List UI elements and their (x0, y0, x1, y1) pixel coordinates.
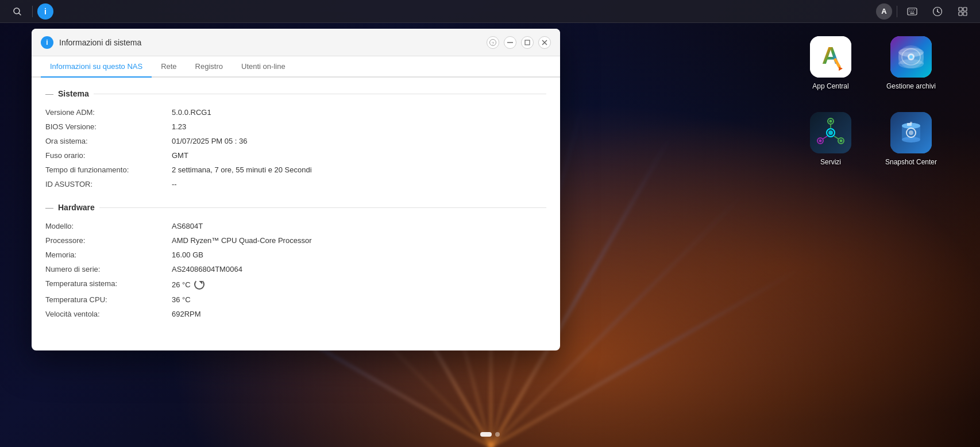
grid-icon (958, 7, 967, 16)
versione-adm-label: Versione ADM: (45, 108, 172, 117)
app-central-icon: A (810, 36, 851, 78)
keyboard-icon (907, 7, 917, 16)
row-ora-sistema: Ora sistema: 01/07/2025 PM 05 : 36 (45, 134, 546, 148)
desktop-icon-gestione-archivi[interactable]: Gestione archivi (877, 32, 946, 96)
svg-line-13 (937, 11, 939, 13)
svg-line-1 (19, 13, 21, 15)
svg-rect-50 (910, 122, 912, 124)
velocita-ventola-value: 692RPM (172, 310, 546, 318)
hardware-line (99, 207, 546, 208)
window-titlebar: i Informazioni di sistema ? (32, 29, 560, 56)
app-central-label: App Central (812, 82, 848, 91)
help-icon: ? (489, 39, 496, 46)
search-button[interactable] (7, 3, 28, 20)
fuso-orario-value: GMT (172, 151, 546, 160)
row-memoria: Memoria: 16.00 GB (45, 248, 546, 262)
velocita-ventola-label: Velocità ventola: (45, 310, 172, 318)
tab-registro[interactable]: Registro (186, 56, 232, 78)
row-modello: Modello: AS6804T (45, 219, 546, 233)
desktop-icons-area: A App Central (796, 32, 946, 171)
row-id-asustor: ID ASUSTOR: -- (45, 177, 546, 191)
fuso-orario-label: Fuso orario: (45, 151, 172, 160)
clock-icon (932, 6, 943, 17)
sistema-title: Sistema (58, 89, 89, 98)
close-icon (542, 40, 547, 45)
hardware-title: Hardware (58, 203, 95, 212)
system-info-window: i Informazioni di sistema ? (32, 29, 560, 350)
refresh-temperature-button[interactable] (194, 279, 205, 290)
desktop-icon-snapshot-center[interactable]: Snapshot Center (877, 107, 946, 172)
row-fuso-orario: Fuso orario: GMT (45, 148, 546, 163)
ora-sistema-label: Ora sistema: (45, 137, 172, 145)
tempo-funzionamento-value: 2 settimana, 7 ore, 55 minuti e 20 Secon… (172, 165, 546, 174)
row-bios: BIOS Versione: 1.23 (45, 120, 546, 134)
clock-button[interactable] (927, 3, 948, 20)
svg-rect-2 (908, 8, 917, 15)
svg-point-40 (840, 139, 843, 142)
row-velocita-ventola: Velocità ventola: 692RPM (45, 307, 546, 321)
taskbar-divider-2 (897, 6, 897, 17)
help-button[interactable]: ? (487, 36, 499, 49)
maximize-button[interactable] (521, 36, 534, 49)
bios-label: BIOS Versione: (45, 122, 172, 131)
app-central-svg: A (810, 36, 851, 78)
svg-rect-14 (959, 7, 962, 11)
hardware-section-header: — Hardware (45, 203, 546, 212)
processore-value: AMD Ryzen™ CPU Quad-Core Processor (172, 236, 546, 245)
id-asustor-value: -- (172, 180, 546, 188)
page-dot-1[interactable] (480, 432, 492, 437)
hardware-dash: — (45, 203, 53, 212)
desktop-icon-servizi[interactable]: Servizi (796, 107, 865, 172)
taskbar: i A (0, 0, 980, 23)
memoria-label: Memoria: (45, 251, 172, 259)
user-button[interactable]: A (876, 3, 892, 20)
modello-label: Modello: (45, 222, 172, 230)
bios-value: 1.23 (172, 122, 546, 131)
temperatura-sistema-label: Temperatura sistema: (45, 279, 172, 290)
row-tempo-funzionamento: Tempo di funzionamento: 2 settimana, 7 o… (45, 163, 546, 177)
tab-utenti[interactable]: Utenti on-line (232, 56, 295, 78)
close-button[interactable] (538, 36, 551, 49)
search-icon (13, 7, 22, 16)
desktop-icon-app-central[interactable]: A App Central (796, 32, 865, 96)
tab-rete[interactable]: Rete (152, 56, 186, 78)
maximize-icon (524, 40, 530, 45)
row-numero-serie: Numero di serie: AS24086804TM0064 (45, 262, 546, 276)
window-app-icon: i (41, 36, 53, 49)
svg-point-48 (909, 130, 913, 135)
snapshot-svg (890, 112, 932, 153)
temperatura-cpu-value: 36 °C (172, 295, 546, 304)
svg-rect-54 (525, 40, 530, 45)
window-title: Informazioni di sistema (59, 38, 487, 47)
numero-serie-value: AS24086804TM0064 (172, 265, 546, 273)
page-dot-2[interactable] (495, 432, 500, 437)
svg-point-29 (909, 55, 913, 59)
gestione-archivi-label: Gestione archivi (886, 82, 936, 91)
window-tabs: Informazioni su questo NAS Rete Registro… (32, 56, 560, 78)
row-temperatura-sistema: Temperatura sistema: 26 °C (45, 276, 546, 292)
gestione-archivi-icon (890, 36, 932, 78)
keyboard-button[interactable] (902, 3, 923, 20)
ora-sistema-value: 01/07/2025 PM 05 : 36 (172, 137, 546, 145)
temperatura-sistema-value: 26 °C (172, 279, 546, 290)
row-processore: Processore: AMD Ryzen™ CPU Quad-Core Pro… (45, 233, 546, 248)
tab-nas-info[interactable]: Informazioni su questo NAS (41, 56, 152, 78)
window-content: — Sistema Versione ADM: 5.0.0.RCG1 BIOS … (32, 78, 560, 350)
page-indicator (480, 432, 500, 437)
memoria-value: 16.00 GB (172, 251, 546, 259)
row-temperatura-cpu: Temperatura CPU: 36 °C (45, 292, 546, 307)
system-info-taskbar-icon[interactable]: i (37, 3, 53, 20)
minimize-button[interactable] (504, 36, 516, 49)
grid-button[interactable] (952, 3, 973, 20)
tempo-funzionamento-label: Tempo di funzionamento: (45, 165, 172, 174)
sistema-line (94, 94, 546, 94)
taskbar-divider (32, 6, 33, 17)
sistema-dash: — (45, 89, 53, 98)
window-controls: ? (487, 36, 551, 49)
snapshot-center-icon (890, 112, 932, 153)
temperatura-cpu-label: Temperatura CPU: (45, 295, 172, 304)
servizi-label: Servizi (820, 158, 841, 167)
svg-text:?: ? (492, 40, 495, 45)
svg-point-34 (829, 120, 832, 122)
servizi-svg (810, 112, 851, 153)
